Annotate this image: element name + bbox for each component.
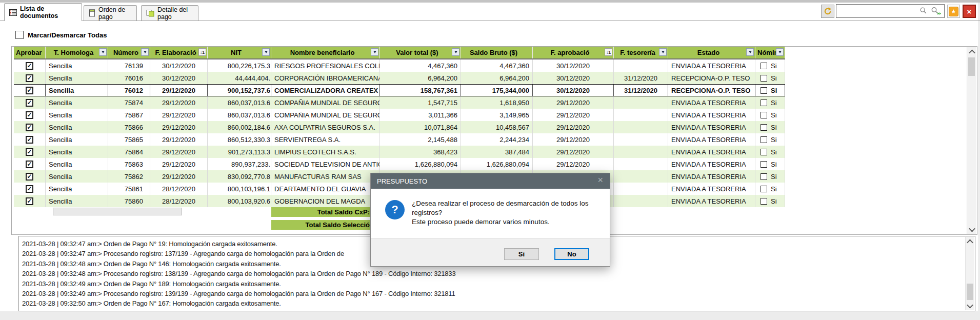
scrollbar-thumb[interactable] (967, 284, 973, 300)
column-header-nit[interactable]: NIT (208, 47, 271, 58)
cell-f_aprobacion: 29/12/2020 (533, 158, 614, 170)
column-label: Aprobar (14, 49, 45, 56)
approve-checkbox[interactable]: ✓ (26, 74, 33, 82)
cell-f_elaboracion: 30/12/2020 (150, 72, 208, 84)
search-next-icon[interactable] (931, 7, 942, 15)
column-header-numero[interactable]: Número (108, 47, 150, 58)
tab-orden-de-pago[interactable]: Orden de pago (84, 5, 137, 21)
approve-checkbox[interactable]: ✓ (26, 62, 33, 70)
approve-checkbox[interactable]: ✓ (26, 99, 33, 107)
cell-saldo: 387,484 (461, 146, 533, 158)
refresh-button[interactable] (821, 5, 834, 18)
column-header-nombre[interactable]: Nombre beneficiario (271, 47, 380, 58)
column-header-f_tesoreria[interactable]: F. tesorería (614, 47, 668, 58)
approve-checkbox[interactable]: ✓ (26, 185, 33, 193)
column-header-valor[interactable]: Valor total ($) (380, 47, 461, 58)
table-row[interactable]: ✓Sencilla7587429/12/2020860,037,013.6COM… (14, 96, 785, 109)
no-button[interactable]: No (554, 248, 589, 260)
approve-checkbox[interactable]: ✓ (26, 136, 33, 144)
filter-dropdown-icon[interactable] (262, 48, 270, 56)
sort-indicator-icon[interactable]: ↓1 (198, 48, 206, 56)
table-row[interactable]: ✓Sencilla7586329/12/2020890,937,233.SOCI… (14, 158, 785, 170)
cell-estado: ENVIADA A TESORERIA (668, 109, 755, 121)
filter-dropdown-icon[interactable] (99, 48, 107, 56)
scroll-up-arrow[interactable] (966, 237, 974, 246)
favorite-button[interactable]: ★ (947, 5, 960, 18)
nomina-checkbox[interactable] (761, 136, 767, 143)
tab-detalle-del-pago[interactable]: Detalle del pago (141, 5, 198, 21)
filter-dropdown-icon[interactable] (452, 48, 459, 56)
approve-checkbox[interactable]: ✓ (26, 148, 33, 156)
column-header-f_elaboracion[interactable]: F. Elaboració↓1 (150, 47, 208, 58)
cell-f_tesoreria (614, 121, 668, 133)
log-scrollbar[interactable] (965, 237, 974, 310)
cell-nit: 860,037,013.6 (208, 96, 271, 109)
tab-lista-de-documentos[interactable]: Lista de documentos (4, 3, 82, 21)
filter-dropdown-icon[interactable] (371, 48, 378, 56)
approve-checkbox[interactable]: ✓ (26, 87, 33, 94)
table-row[interactable]: ✓Sencilla7586429/12/2020901,273,113.3LIM… (14, 146, 785, 158)
tabbar-divider (0, 21, 980, 21)
column-header-f_aprobacion[interactable]: F. aprobació↓1 (533, 47, 614, 58)
nomina-label: Si (771, 87, 777, 94)
table-row[interactable]: ✓Sencilla7586629/12/2020860,002,184.6AXA… (14, 121, 785, 133)
cell-homologa: Sencilla (46, 195, 108, 207)
column-header-nomina[interactable]: Nómin (755, 47, 785, 58)
cell-aprobar: ✓ (14, 170, 46, 183)
yes-button[interactable]: Sí (504, 248, 539, 260)
table-row[interactable]: ✓Sencilla7586729/12/2020860,037,013.6COM… (14, 109, 785, 121)
filter-dropdown-icon[interactable] (659, 48, 667, 56)
column-header-saldo[interactable]: Saldo Bruto ($) (461, 47, 533, 58)
nomina-checkbox[interactable] (761, 75, 767, 82)
nomina-checkbox[interactable] (761, 124, 767, 131)
nomina-checkbox[interactable] (761, 161, 767, 168)
approve-checkbox[interactable]: ✓ (26, 124, 33, 131)
filter-dropdown-icon[interactable] (746, 48, 754, 56)
table-row[interactable]: ✓Sencilla7601630/12/202044,444,404.CORPO… (14, 72, 785, 84)
scroll-down-arrow[interactable] (967, 225, 976, 233)
nomina-label: Si (771, 185, 777, 193)
cell-nombre: COMERCIALIZADORA CREATEX S.A (271, 85, 380, 96)
approve-checkbox[interactable]: ✓ (26, 161, 33, 168)
log-line: 2021-03-28 | 09:32:49 am:> Procesando re… (22, 289, 963, 298)
table-row[interactable]: ✓Sencilla7613930/12/2020800,226,175.3RIE… (14, 59, 785, 72)
column-header-estado[interactable]: Estado (668, 47, 755, 58)
approve-checkbox[interactable]: ✓ (26, 111, 33, 119)
search-icon[interactable] (919, 7, 928, 15)
cell-homologa: Sencilla (46, 146, 108, 158)
nomina-checkbox[interactable] (761, 198, 767, 205)
nomina-checkbox[interactable] (761, 99, 767, 106)
nomina-checkbox[interactable] (761, 87, 767, 94)
nomina-checkbox[interactable] (761, 63, 767, 69)
table-row[interactable]: ✓Sencilla7601229/12/2020900,152,737.6COM… (14, 84, 785, 96)
column-header-aprobar[interactable]: Aprobar (14, 47, 46, 58)
approve-checkbox[interactable]: ✓ (26, 173, 33, 181)
nomina-checkbox[interactable] (761, 173, 767, 180)
scrollbar-thumb[interactable] (968, 57, 975, 76)
filter-dropdown-icon[interactable] (141, 48, 149, 56)
scroll-down-arrow[interactable] (966, 302, 974, 310)
select-all-checkbox[interactable] (15, 31, 24, 39)
column-header-homologa[interactable]: T. Homologa (46, 47, 108, 58)
cell-f_elaboracion: 29/12/2020 (150, 121, 208, 133)
scroll-up-arrow[interactable] (967, 48, 976, 56)
close-window-button[interactable]: × (963, 5, 976, 18)
nomina-checkbox[interactable] (761, 149, 767, 155)
cell-nombre: RIESGOS PROFESIONALES COLMEN (271, 59, 380, 72)
cell-estado: ENVIADA A TESORERIA (668, 146, 755, 158)
nomina-checkbox[interactable] (761, 112, 767, 118)
search-input[interactable] (838, 6, 919, 16)
cell-nombre: AXA COLPATRIA SEGUROS S.A. (271, 121, 380, 133)
cell-f_aprobacion: 29/12/2020 (533, 109, 614, 121)
nomina-checkbox[interactable] (761, 186, 767, 192)
dialog-close-icon[interactable]: × (597, 175, 603, 186)
sort-indicator-icon[interactable]: ↓1 (605, 48, 612, 56)
table-scrollbar[interactable] (967, 47, 976, 234)
cell-estado: ENVIADA A TESORERIA (668, 96, 755, 109)
cell-homologa: Sencilla (46, 85, 108, 96)
filter-dropdown-icon[interactable] (776, 48, 784, 56)
nomina-label: Si (771, 99, 777, 107)
approve-checkbox[interactable]: ✓ (26, 197, 33, 205)
search-box (836, 4, 945, 18)
table-row[interactable]: ✓Sencilla7586529/12/2020860,512,330.3SER… (14, 133, 785, 146)
